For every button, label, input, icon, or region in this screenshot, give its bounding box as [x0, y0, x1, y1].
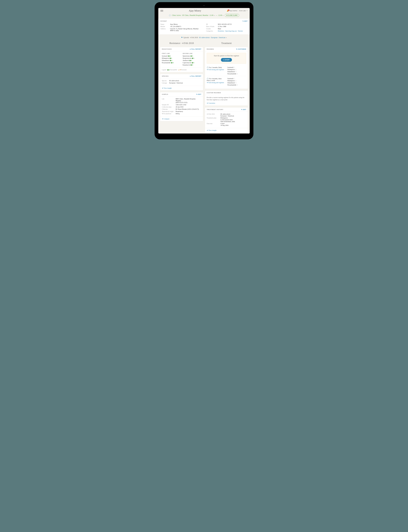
customise-button[interactable]: ✎ CUSTOMISE — [236, 48, 246, 50]
info-icon[interactable]: ⓘ — [234, 67, 235, 68]
patient-name: Ajay Mistry — [170, 23, 202, 25]
resistance-card: RESISTANCE ➜ FULL REPORT FIRST LINE Ison… — [160, 47, 203, 72]
treatment-title: Treatment — [205, 42, 248, 44]
episode-bar[interactable]: ⚑ Episode · 4 Feb 2018 · M. tuberculosis… — [158, 35, 250, 40]
check-icon: ✓ — [171, 62, 172, 63]
start-button[interactable]: ➜ START — [221, 58, 232, 62]
resistance-title: Resistance · 4 Feb 2018 — [160, 42, 203, 44]
drug-row: Kanamycin✓S — [183, 64, 201, 66]
history-view-insight-button[interactable]: ➜ View insight — [205, 128, 248, 133]
info-icon[interactable]: ⓘ — [235, 82, 237, 84]
close-clinic-button[interactable]: ✖ CLOSE CLINIC — [225, 14, 239, 17]
history-edit-button[interactable]: ✎ EDIT — [241, 109, 246, 110]
patient-edit-button[interactable]: ✎ EDIT — [243, 20, 247, 22]
patient-address: Gala No 7a, Daulat Udyog Bhavan, Mumbai4… — [170, 28, 202, 32]
patient-mobile: +91 254 4588371 — [170, 26, 202, 27]
app-screen: Ajay Mistry 🔔4 Vijay Dadhuk · Acme Labs … — [158, 8, 250, 133]
clinic-time-end[interactable]: 12:00 — [218, 14, 222, 16]
clock-icon: 🕐 — [207, 78, 209, 80]
clock-icon: 🕐 — [169, 15, 171, 16]
bell-icon[interactable]: 🔔4 — [227, 10, 229, 12]
tablet-camera — [204, 5, 204, 6]
check-icon: ✓ — [168, 55, 170, 57]
patient-categories: Homeless · Injecting drug use · Smoker — [218, 30, 247, 32]
check-icon: ✓ — [167, 69, 169, 71]
drug-row: Streptomycin✓S — [183, 57, 201, 59]
drug-row: Rifampicin✓S — [162, 57, 180, 59]
species-full-report-button[interactable]: ➜ FULL REPORT — [190, 75, 201, 77]
resistance-legend: Legend · ✓S Susceptible · ▲ R Resistant — [162, 68, 201, 71]
clock-icon: 🕐 — [207, 67, 209, 68]
customise-link[interactable]: ➜ Customise — [207, 102, 246, 104]
page-title: Ajay Mistry — [163, 9, 227, 12]
patient-id: 9835-3451951-05723 — [218, 23, 247, 25]
regimen-card: REGIMEN ✎ CUSTOMISE Start the patient on… — [205, 47, 248, 89]
regimen-block: 🕐For 4 months, three times a week ➜ Full… — [207, 76, 246, 87]
full-dosing-link[interactable]: ➜ Full dosing and regimen — [207, 69, 225, 71]
info-icon[interactable]: ⓘ — [235, 71, 237, 72]
patient-section: PATIENT ✎ EDIT NameAjay Mistry Mobile+91… — [158, 18, 250, 35]
org-name[interactable]: Acme Labs — [239, 10, 246, 11]
clinic-location: SF Clinic, Shatabdi Hospital, Mumbai — [182, 14, 208, 16]
clinic-bar: 🕐 Clinic Active · SF Clinic, Shatabdi Ho… — [158, 13, 250, 18]
chevron-down-icon: ▼ — [226, 37, 227, 38]
sample-edit-button[interactable]: ✎ EDIT — [196, 94, 201, 95]
custom-regimen-card: CUSTOM REGIMEN Provide a custom starting… — [205, 90, 248, 106]
flag-icon: ⚑ — [181, 37, 183, 38]
compare-button[interactable]: ➜ Compare — [160, 116, 203, 121]
regimen-block: 🕐For 2 months, Daily ➜ Full dosing and r… — [207, 65, 246, 76]
check-icon: ✓ — [192, 58, 193, 59]
patient-dob: 15 Nov 1988 — [218, 26, 247, 27]
check-icon: ✓ — [189, 60, 191, 61]
patient-gender: Male — [218, 28, 247, 30]
check-icon: ✓ — [170, 60, 171, 61]
topbar: Ajay Mistry 🔔4 Vijay Dadhuk · Acme Labs … — [158, 8, 250, 13]
drug-row: Pyrazinamide✓S — [162, 62, 180, 64]
info-icon[interactable]: ⓘ — [237, 84, 238, 86]
check-icon: ✓ — [190, 55, 192, 57]
chevron-down-icon[interactable]: ▼ — [246, 10, 247, 11]
notification-badge: 4 — [228, 9, 230, 11]
drug-row: Quinolones✓S — [183, 55, 201, 57]
tablet-frame: Ajay Mistry 🔔4 Vijay Dadhuk · Acme Labs … — [155, 2, 253, 139]
treatment-history-card: TREATMENT HISTORY ✎ EDIT 24 Feb 2016M. t… — [205, 107, 248, 133]
full-dosing-link[interactable]: ➜ Full dosing and regimen — [207, 82, 225, 84]
info-icon[interactable]: ⓘ — [235, 69, 236, 70]
user-area: 🔔4 Vijay Dadhuk · Acme Labs ▼ — [227, 10, 247, 12]
check-icon: ✓ — [190, 64, 192, 66]
clinic-status: Clinic Active — [172, 14, 181, 16]
info-icon[interactable]: ⓘ — [234, 78, 235, 79]
info-icon[interactable]: ⓘ — [237, 73, 238, 75]
view-insight-button[interactable]: ➜ View insight — [160, 86, 203, 90]
resistance-full-report-button[interactable]: ➜ FULL REPORT — [190, 48, 201, 50]
info-icon[interactable]: ⓘ — [235, 80, 236, 81]
user-name[interactable]: Vijay Dadhuk — [229, 10, 237, 11]
clinic-time-start[interactable]: 11:00 — [210, 14, 213, 16]
species-card: SPECIES ➜ FULL REPORT SpeciesM. tubercul… — [160, 74, 203, 90]
warning-icon: ▲ R — [178, 69, 181, 71]
regimen-start-panel: Start the patient on first-line regimen … — [207, 53, 246, 64]
drug-row: Capreomycin✓S — [183, 62, 201, 64]
check-icon: ✓ — [170, 58, 171, 59]
drug-row: Amikacin✓S — [183, 60, 201, 61]
menu-icon[interactable] — [161, 10, 163, 11]
drug-row: Ethambutol✓S — [162, 60, 180, 61]
patient-heading: PATIENT — [161, 20, 167, 22]
sample-card: SAMPLE ✎ EDIT LabMSF Clinic, Shatabdi Ho… — [160, 92, 203, 121]
check-icon: ✓ — [192, 62, 193, 63]
drug-row: Isoniazid✓S — [162, 55, 180, 57]
